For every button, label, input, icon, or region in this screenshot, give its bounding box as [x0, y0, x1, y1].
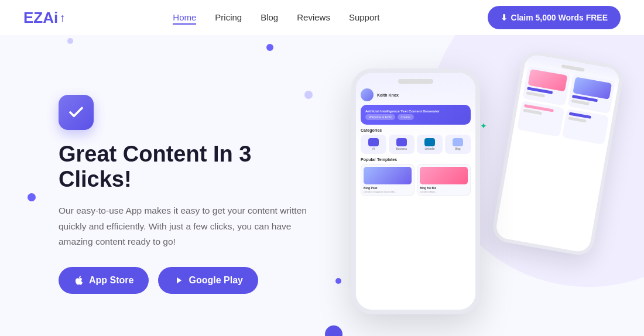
download-icon: ⬇	[501, 13, 508, 22]
hero-description: Our easy-to-use App makes it easy to get…	[59, 203, 310, 249]
appstore-button[interactable]: App Store	[59, 267, 149, 294]
nav-item-pricing[interactable]: Pricing	[215, 12, 242, 23]
template-desc-1: Create a blog post on just abo...	[364, 190, 412, 193]
apple-icon	[74, 275, 84, 286]
phone-primary: Keith Knox Artificial Intelligence Text …	[351, 68, 480, 314]
phone-user-info: Keith Knox	[377, 93, 471, 97]
claim-words-button[interactable]: ⬇ Claim 5,000 Words FREE	[488, 6, 621, 29]
logo-arrow-icon: ↑	[59, 11, 65, 25]
hero-section: Great Content In 3 Clicks! Our easy-to-u…	[0, 35, 644, 336]
category-ai: AI	[361, 135, 386, 154]
second-card-2	[567, 73, 615, 114]
cat-label-ai: AI	[372, 148, 375, 150]
nav-item-reviews[interactable]: Reviews	[297, 12, 330, 23]
logo-text: EZAi	[23, 9, 58, 27]
phone-ai-tags: Welcome to EZAi Creator	[365, 114, 466, 120]
category-business: Business	[389, 135, 415, 154]
second-phone-notch	[561, 64, 584, 72]
template-img-2	[420, 167, 468, 184]
category-linkedin: LinkedIn	[417, 135, 443, 154]
phone-ai-title: Artificial Intelligence Text Content Gen…	[365, 109, 466, 113]
cat-icon-business	[396, 138, 407, 146]
appstore-label: App Store	[89, 275, 133, 286]
nav-link-support[interactable]: Support	[349, 12, 380, 22]
second-card-4	[561, 109, 609, 145]
phone-categories: AI Business LinkedIn Blog	[361, 135, 471, 154]
categories-title: Categories	[361, 128, 471, 132]
nav-item-blog[interactable]: Blog	[261, 12, 278, 23]
phone-avatar	[361, 88, 374, 101]
googleplay-label: Google Play	[189, 275, 242, 286]
template-title-2: Blog fro Biz	[420, 186, 468, 190]
check-svg	[67, 104, 85, 121]
second-card-1	[522, 66, 570, 106]
nav-link-pricing[interactable]: Pricing	[215, 12, 242, 22]
nav-link-reviews[interactable]: Reviews	[297, 12, 330, 22]
cat-label-business: Business	[396, 148, 407, 150]
nav-item-home[interactable]: Home	[173, 12, 196, 23]
cta-label: Claim 5,000 Words FREE	[511, 13, 608, 22]
phone-secondary	[491, 49, 625, 257]
nav-links: Home Pricing Blog Reviews Support	[173, 12, 379, 23]
phone-secondary-screen	[513, 53, 621, 150]
template-img-1	[364, 167, 412, 184]
phone-notch	[398, 79, 433, 84]
template-desc-2: Create a Blog i...	[420, 190, 468, 193]
nav-item-support[interactable]: Support	[349, 12, 380, 23]
phone-ai-tag-1: Welcome to EZAi	[365, 114, 395, 120]
phone-templates: Blog Post Create a blog post on just abo…	[361, 164, 471, 196]
cat-label-linkedin: LinkedIn	[424, 148, 434, 150]
phone-user-name: Keith Knox	[377, 93, 471, 97]
category-blog: Blog	[445, 135, 471, 154]
cat-label-blog: Blog	[455, 148, 460, 150]
template-title-1: Blog Post	[364, 186, 412, 190]
second-phone-grid	[517, 66, 615, 145]
navbar: EZAi ↑ Home Pricing Blog Reviews Support…	[0, 0, 644, 35]
phone-primary-screen: Keith Knox Artificial Intelligence Text …	[356, 73, 475, 310]
templates-title: Popular Templates	[361, 157, 471, 162]
nav-link-home[interactable]: Home	[173, 12, 196, 25]
second-card-3	[517, 101, 564, 137]
template-blogpost: Blog Post Create a blog post on just abo…	[361, 164, 415, 196]
phone-ai-banner: Artificial Intelligence Text Content Gen…	[361, 105, 471, 125]
hero-right: ✦ ✦ ✦ ✦ ✦	[328, 57, 609, 332]
star-green-2: ✦	[480, 121, 487, 131]
play-icon	[173, 275, 184, 286]
hero-buttons: App Store Google Play	[59, 267, 328, 294]
logo[interactable]: EZAi ↑	[23, 9, 65, 27]
phone-header: Keith Knox	[361, 88, 471, 101]
hero-left: Great Content In 3 Clicks! Our easy-to-u…	[59, 95, 328, 294]
cat-icon-linkedin	[424, 138, 435, 146]
cat-icon-ai	[368, 138, 379, 146]
phone-ai-tag-2: Creator	[398, 114, 415, 120]
nav-link-blog[interactable]: Blog	[261, 12, 278, 22]
cat-icon-blog	[453, 138, 463, 146]
hero-title: Great Content In 3 Clicks!	[59, 142, 328, 193]
template-blogbiz: Blog fro Biz Create a Blog i...	[417, 164, 471, 196]
checkmark-icon-box	[59, 95, 94, 130]
googleplay-button[interactable]: Google Play	[158, 267, 258, 294]
